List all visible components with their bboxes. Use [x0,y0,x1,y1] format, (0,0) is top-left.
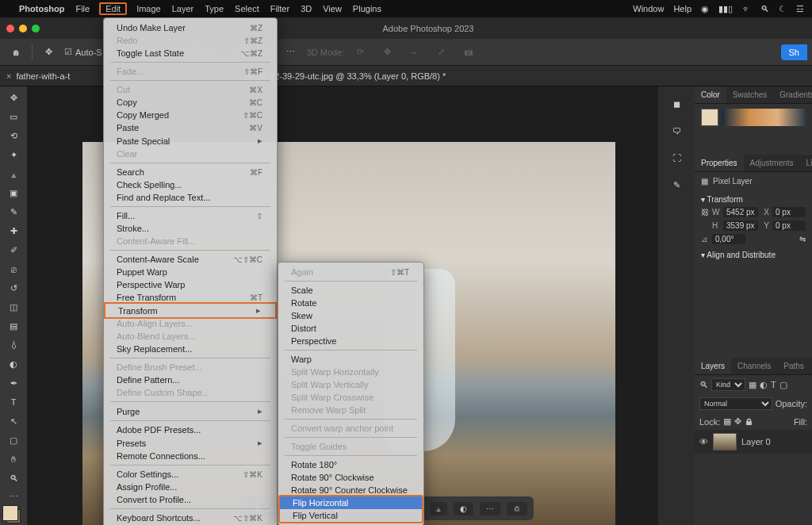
y-field[interactable]: 0 px [772,220,806,231]
move-tool-icon[interactable]: ✥ [37,43,59,62]
layer-name[interactable]: Layer 0 [741,437,771,446]
move-tool[interactable]: ✥ [2,90,25,107]
fg-bg-swatch[interactable] [2,508,25,525]
menu-window[interactable]: Window [633,4,664,13]
edit-menu-item[interactable]: Define Brush Preset... [104,361,277,374]
menu-edit[interactable]: Edit [99,2,127,15]
tab-swatches[interactable]: Swatches [726,86,773,103]
blur-tool[interactable]: 💧︎ [2,336,25,354]
taskbar-adjust-icon[interactable]: ◐ [454,502,473,515]
eye-icon[interactable]: 👁︎ [699,437,708,446]
shape-tool[interactable]: ▢ [2,431,25,449]
tab-gradients[interactable]: Gradients [773,86,812,103]
edit-menu-item[interactable]: Remote Connections... [104,450,277,462]
filter-adjust-icon[interactable]: ◐ [760,380,768,390]
menu-filter[interactable]: Filter [270,4,289,13]
transform-menu-item[interactable]: Scale [278,284,423,297]
scale-icon[interactable]: ⤢ [430,43,452,62]
transform-menu-item[interactable]: Warp [278,353,423,366]
transform-menu-item[interactable]: Rotate [278,297,423,309]
edit-menu-item[interactable]: Sky Replacement... [104,343,277,355]
orbit-icon[interactable]: ⟳ [349,43,371,62]
transform-menu-item[interactable]: Perspective [278,335,423,347]
transform-menu-item[interactable]: Distort [278,322,423,335]
minimize-icon[interactable] [19,25,27,33]
edit-menu-item[interactable]: Define Custom Shape... [104,386,277,399]
menu-file[interactable]: File [75,4,90,13]
edit-menu-item[interactable]: Search⌘F [104,166,277,178]
stamp-tool[interactable]: ⎚ [2,261,25,278]
color-picker[interactable] [722,109,806,126]
angle-field[interactable]: 0,00° [712,234,745,244]
brush-presets-icon[interactable]: ✎ [665,175,688,194]
history-brush-tool[interactable]: ↺ [2,280,25,297]
zoom-tool[interactable]: 🔍︎ [2,469,25,487]
transform-menu-item[interactable]: Flip Horizontal [280,496,422,509]
edit-menu-item[interactable]: Find and Replace Text... [104,191,277,204]
edit-menu-item[interactable]: Puppet Warp [104,266,277,278]
brush-tool[interactable]: ✐ [2,242,25,259]
edit-menu-item[interactable]: Fade...⇧⌘F [104,65,277,78]
edit-menu-item[interactable]: Auto-Align Layers... [104,317,277,330]
eyedropper-tool[interactable]: ✎ [2,204,25,221]
close-tab-icon[interactable]: × [6,71,11,81]
edit-menu-item[interactable]: Paste⌘V [104,121,277,134]
crop-tool[interactable]: ⟁ [2,166,25,183]
edit-menu-item[interactable]: Undo Make Layer⌘Z [104,21,277,34]
frame-tool[interactable]: ▣ [2,185,25,202]
color-swatch-fg[interactable] [701,109,718,126]
filter-type-icon[interactable]: T [771,380,776,389]
taskbar-crop-icon[interactable]: ⟁ [430,502,447,515]
control-center-icon[interactable]: ☲ [796,4,804,14]
tab-adjustments[interactable]: Adjustments [744,155,800,171]
edit-menu-item[interactable]: Fill...⇧ [104,209,277,222]
type-tool[interactable]: T [2,393,25,411]
edit-menu-item[interactable]: Paste Special▸ [104,134,277,148]
heal-tool[interactable]: ✚ [2,223,25,240]
eraser-tool[interactable]: ◫ [2,298,25,316]
comment-icon[interactable]: 🗨︎ [665,121,688,140]
transform-menu-item[interactable]: Again⇧⌘T [278,266,423,278]
lock-pixels-icon[interactable]: ▦ [723,416,731,427]
edit-menu-item[interactable]: Copy⌘C [104,96,277,109]
more-icon[interactable]: ⋯ [280,43,302,62]
edit-menu-item[interactable]: Stroke... [104,222,277,235]
dodge-tool[interactable]: ◐ [2,355,25,373]
menu-layer[interactable]: Layer [172,4,194,13]
transform-menu-item[interactable]: Split Warp Crosswise [278,391,423,404]
learn-icon[interactable]: ◼ [665,94,688,113]
height-field[interactable]: 3539 px [723,220,758,231]
edit-menu-item[interactable]: Perspective Warp [104,278,277,291]
edit-menu-item[interactable]: Keyboard Shortcuts...⌥⇧⌘K [104,512,277,524]
pen-tool[interactable]: ✒ [2,374,25,392]
taskbar-more-icon[interactable]: ⋯ [480,502,500,515]
menu-view[interactable]: View [323,4,342,13]
menu-3d[interactable]: 3D [301,4,312,13]
transform-menu-item[interactable]: Rotate 90° Clockwise [278,471,423,484]
camera-icon[interactable]: 📷︎ [457,43,479,62]
tab-libraries[interactable]: Lib [800,155,812,171]
tab-layers[interactable]: Layers [695,358,731,374]
transform-menu-item[interactable]: Split Warp Horizontally [278,366,423,378]
home-icon[interactable]: 🏠︎ [5,43,27,62]
align-header[interactable]: Align and Distribute [707,251,776,259]
maximize-icon[interactable] [32,25,40,33]
transform-menu-item[interactable]: Rotate 180° [278,458,423,471]
tab-channels[interactable]: Channels [731,358,777,374]
edit-menu-item[interactable]: Copy Merged⇧⌘C [104,109,277,121]
adjust-icon[interactable]: ⛶ [665,148,688,167]
gradient-tool[interactable]: ▤ [2,317,25,335]
edit-menu-item[interactable]: Purge▸ [104,404,277,418]
edit-menu-item[interactable]: Redo⇧⌘Z [104,34,277,47]
edit-menu-item[interactable]: Toggle Last State⌥⌘Z [104,47,277,59]
edit-toolbar[interactable]: ⋯ [2,489,25,506]
edit-menu-item[interactable]: Convert to Profile... [104,493,277,506]
edit-menu-item[interactable]: Transform▸ [104,302,277,319]
transform-menu-item[interactable]: Split Warp Vertically [278,378,423,391]
filter-pixel-icon[interactable]: ▦ [749,380,756,390]
edit-menu-item[interactable]: Clear [104,148,277,160]
tab-name[interactable]: father-with-a-t [16,71,70,81]
share-button[interactable]: Sh [781,44,807,60]
edit-menu-item[interactable]: Assign Profile... [104,481,277,493]
lasso-tool[interactable]: ⟲ [2,128,25,145]
